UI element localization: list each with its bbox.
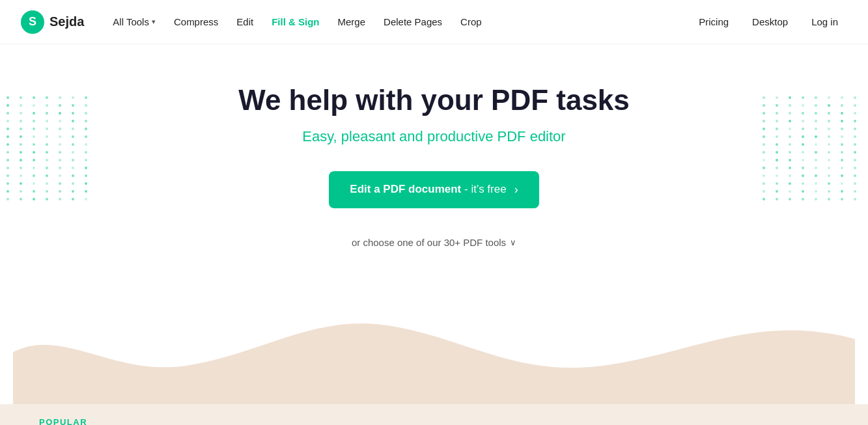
tools-link[interactable]: or choose one of our 30+ PDF tools ∨ bbox=[13, 237, 855, 248]
nav-link-pricing[interactable]: Pricing bbox=[690, 11, 738, 33]
cta-button[interactable]: Edit a PDF document - it's free › bbox=[329, 171, 539, 208]
nav-link-login[interactable]: Log in bbox=[802, 11, 847, 33]
nav-link-compress[interactable]: Compress bbox=[166, 11, 226, 33]
tools-link-text: or choose one of our 30+ PDF tools bbox=[352, 237, 506, 248]
hero-subtitle: Easy, pleasant and productive PDF editor bbox=[13, 128, 855, 145]
nav-link-merge[interactable]: Merge bbox=[330, 11, 374, 33]
cta-arrow-icon: › bbox=[514, 183, 518, 197]
chevron-down-icon: ∨ bbox=[510, 238, 516, 247]
popular-section: POPULAR bbox=[0, 404, 868, 425]
hero-section: We help with your PDF tasks Easy, pleasa… bbox=[0, 44, 868, 404]
nav-link-fill-sign[interactable]: Fill & Sign bbox=[264, 11, 327, 33]
dots-left bbox=[7, 96, 92, 200]
dots-right bbox=[763, 96, 861, 200]
nav-links-left: All Tools ▾ Compress Edit Fill & Sign Me… bbox=[105, 11, 690, 33]
navbar: S Sejda All Tools ▾ Compress Edit Fill &… bbox=[0, 0, 868, 44]
nav-link-edit[interactable]: Edit bbox=[229, 11, 261, 33]
cta-normal-text: - it's free bbox=[461, 183, 506, 195]
popular-label: POPULAR bbox=[39, 404, 829, 425]
wave-section bbox=[13, 274, 855, 404]
hero-title: We help with your PDF tasks bbox=[13, 83, 855, 118]
logo-icon: S bbox=[21, 10, 44, 34]
chevron-down-icon: ▾ bbox=[152, 18, 156, 26]
nav-link-all-tools[interactable]: All Tools ▾ bbox=[105, 11, 163, 33]
cta-bold-text: Edit a PDF document bbox=[350, 183, 461, 195]
nav-links-right: Pricing Desktop Log in bbox=[690, 11, 847, 33]
nav-link-desktop[interactable]: Desktop bbox=[743, 11, 797, 33]
nav-link-crop[interactable]: Crop bbox=[453, 11, 490, 33]
nav-link-delete-pages[interactable]: Delete Pages bbox=[376, 11, 450, 33]
logo-link[interactable]: S Sejda bbox=[21, 10, 84, 34]
all-tools-label: All Tools bbox=[113, 16, 149, 27]
brand-name: Sejda bbox=[49, 14, 84, 29]
cta-text: Edit a PDF document - it's free bbox=[350, 183, 506, 196]
